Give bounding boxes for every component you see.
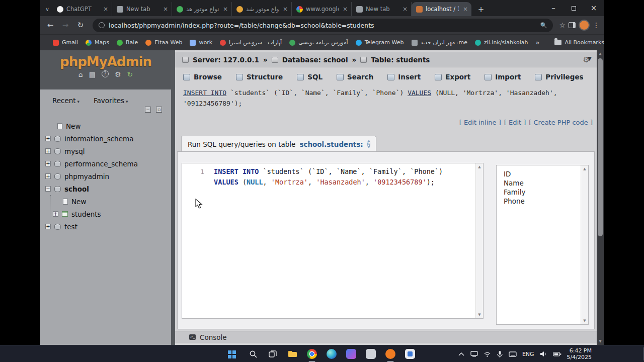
tray-chevron-up-icon[interactable] (458, 351, 465, 356)
tab-structure[interactable]: Structure (236, 73, 283, 81)
pma-logo[interactable]: phpMyAdmin (40, 54, 171, 69)
sql-editor[interactable]: 1 INSERT INTO `students` (`ID`, `Name`, … (182, 163, 484, 319)
panel-resize-handle[interactable] (171, 50, 175, 345)
side-panel-icon[interactable] (569, 22, 576, 28)
close-button[interactable] (584, 0, 604, 16)
bookmark-bale[interactable]: Bale (117, 39, 138, 46)
scroll-up-icon[interactable] (476, 165, 483, 169)
wifi-icon[interactable] (484, 351, 491, 357)
tree-item-new-database[interactable]: New (40, 120, 171, 132)
breadcrumb-table[interactable]: Table: students (371, 56, 430, 64)
battery-icon[interactable] (553, 351, 561, 357)
tab-browse[interactable]: Browse (183, 73, 222, 81)
tab-close-icon[interactable] (342, 6, 349, 13)
profile-avatar[interactable] (579, 20, 590, 31)
edit-link[interactable]: [ Edit ] (504, 119, 526, 126)
clock[interactable]: 6:42 PM 5/4/2025 (567, 347, 592, 360)
edge-icon[interactable] (326, 348, 338, 360)
scroll-down-icon[interactable] (581, 319, 588, 323)
expand-icon[interactable] (45, 161, 51, 166)
forward-icon[interactable]: → (59, 21, 71, 30)
tab-newtab-1[interactable]: New tab (112, 2, 172, 16)
bookmark-gmail[interactable]: Gmail (53, 39, 78, 46)
bookmark-eitaa[interactable]: Eitaa Web (145, 39, 182, 46)
all-bookmarks-button[interactable]: All Bookmarks (554, 39, 604, 46)
volume-icon[interactable] (540, 351, 547, 357)
task-view-icon[interactable] (267, 348, 279, 360)
bookmark-aparat[interactable]: آپارات - سرویس اشترا (220, 39, 282, 46)
app-icon-1[interactable] (345, 348, 357, 360)
bookmark-zilink[interactable]: zil.ink/siahkolah (475, 39, 528, 46)
refresh-icon[interactable] (127, 70, 133, 78)
tab-search[interactable]: Search (337, 73, 373, 81)
expand-icon[interactable] (45, 136, 51, 141)
bookmark-star-icon[interactable] (559, 21, 566, 29)
tab-close-icon[interactable] (102, 6, 109, 13)
tab-close-icon[interactable] (222, 6, 229, 13)
page-scrollbar[interactable] (597, 50, 604, 345)
maximize-button[interactable] (564, 0, 584, 16)
tab-search-icon[interactable] (42, 2, 52, 16)
tree-item-school[interactable]: school (40, 183, 171, 195)
table-link[interactable]: school.students: (299, 140, 363, 148)
recent-dropdown[interactable]: Recent (52, 97, 79, 105)
start-button[interactable] (227, 348, 239, 360)
docs-icon[interactable] (89, 70, 96, 78)
url-text[interactable]: localhost/phpmyadmin/index.php?route=/ta… (109, 22, 536, 29)
reload-icon[interactable]: ↻ (74, 21, 87, 30)
columns-scrollbar[interactable] (581, 165, 588, 324)
keyboard-icon[interactable] (509, 351, 517, 357)
app-icon-2[interactable] (365, 348, 377, 360)
tab-privileges[interactable]: Privileges (535, 73, 583, 81)
help-icon[interactable] (102, 70, 109, 77)
bookmark-telegram[interactable]: Telegram Web (356, 39, 404, 46)
scroll-up-icon[interactable] (581, 167, 588, 171)
more-tabs-icon[interactable] (588, 55, 592, 62)
tab-import[interactable]: Import (485, 73, 521, 81)
expand-icon[interactable] (45, 173, 51, 179)
chrome-icon[interactable] (306, 348, 318, 360)
create-php-code-link[interactable]: [ Create PHP code ] (529, 119, 593, 126)
breadcrumb-server[interactable]: Server: 127.0.0.1 (193, 56, 259, 64)
column-item[interactable]: Phone (504, 197, 588, 206)
breadcrumb-database[interactable]: Database: school (282, 56, 348, 64)
unlink-tree-icon[interactable] (156, 107, 162, 113)
expand-icon[interactable] (45, 224, 51, 229)
edit-inline-link[interactable]: [ Edit inline ] (459, 119, 501, 126)
scroll-down-icon[interactable] (476, 313, 483, 317)
bookmark-amoozesh[interactable]: آموزش برنامه نویسی (289, 39, 348, 46)
mic-icon[interactable] (497, 350, 503, 358)
tab-close-icon[interactable] (282, 6, 289, 13)
bookmark-mehr[interactable]: مهر ایران جدید :me (412, 39, 467, 46)
display-icon[interactable] (470, 351, 478, 357)
tab-close-icon[interactable] (401, 6, 409, 13)
minimize-button[interactable] (543, 0, 564, 16)
back-icon[interactable]: ← (44, 21, 56, 30)
scrollbar-thumb[interactable] (598, 58, 603, 236)
console-label[interactable]: Console (200, 333, 227, 341)
browser-menu-icon[interactable] (593, 21, 600, 29)
tab-close-icon[interactable] (462, 6, 469, 13)
column-item[interactable]: ID (504, 169, 588, 178)
scroll-up-icon[interactable] (597, 52, 604, 56)
expand-icon[interactable] (45, 148, 51, 154)
file-explorer-icon[interactable] (286, 348, 298, 360)
tab-persian-2[interactable]: انواع موتور شد (232, 2, 292, 16)
favorites-dropdown[interactable]: Favorites (94, 97, 128, 105)
editor-scrollbar[interactable] (475, 163, 483, 318)
zoom-icon[interactable] (540, 22, 547, 29)
tree-item-school-new-table[interactable]: New (51, 195, 171, 208)
collapse-icon[interactable] (45, 186, 51, 192)
tab-persian-1[interactable]: انواع موتور هد (172, 2, 232, 16)
collapse-all-icon[interactable] (145, 107, 151, 113)
tree-item-information-schema[interactable]: information_schema (40, 132, 171, 145)
taskbar-search-icon[interactable] (247, 348, 259, 360)
scroll-down-icon[interactable] (597, 339, 604, 343)
home-icon[interactable] (78, 70, 83, 78)
editor-code[interactable]: INSERT INTO `students` (`ID`, `Name`, `F… (208, 166, 474, 188)
expand-icon[interactable] (53, 211, 58, 217)
column-item[interactable]: Name (504, 178, 588, 188)
tab-sql[interactable]: SQL (297, 73, 323, 81)
tab-google[interactable]: www.google (292, 2, 352, 16)
tab-localhost-active[interactable]: localhost / 12 (412, 2, 471, 16)
